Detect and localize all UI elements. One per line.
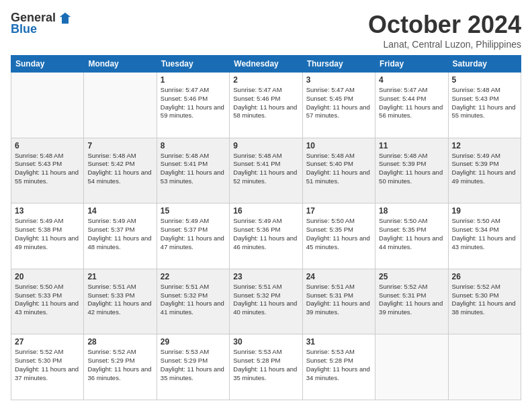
table-row: 24Sunrise: 5:51 AM Sunset: 5:31 PM Dayli…: [302, 269, 375, 334]
day-info: Sunrise: 5:47 AM Sunset: 5:46 PM Dayligh…: [161, 86, 226, 120]
table-row: [375, 334, 448, 400]
logo-icon: [58, 11, 72, 25]
table-row: 1Sunrise: 5:47 AM Sunset: 5:46 PM Daylig…: [157, 73, 229, 138]
day-number: 4: [379, 75, 444, 85]
day-info: Sunrise: 5:50 AM Sunset: 5:35 PM Dayligh…: [306, 217, 371, 251]
table-row: 27Sunrise: 5:52 AM Sunset: 5:30 PM Dayli…: [11, 334, 84, 400]
title-section: October 2024 Lanat, Central Luzon, Phili…: [368, 11, 521, 50]
day-info: Sunrise: 5:47 AM Sunset: 5:46 PM Dayligh…: [233, 86, 298, 120]
day-number: 5: [452, 75, 517, 85]
day-number: 29: [161, 337, 226, 347]
header-monday: Monday: [84, 56, 157, 73]
day-number: 22: [161, 272, 226, 281]
day-info: Sunrise: 5:49 AM Sunset: 5:37 PM Dayligh…: [87, 217, 152, 251]
table-row: 12Sunrise: 5:49 AM Sunset: 5:39 PM Dayli…: [448, 138, 521, 203]
day-info: Sunrise: 5:51 AM Sunset: 5:32 PM Dayligh…: [233, 283, 298, 317]
table-row: 4Sunrise: 5:47 AM Sunset: 5:44 PM Daylig…: [375, 73, 448, 138]
table-row: [84, 73, 157, 138]
day-info: Sunrise: 5:53 AM Sunset: 5:28 PM Dayligh…: [233, 348, 298, 382]
header-tuesday: Tuesday: [157, 56, 229, 73]
header: General Blue October 2024 Lanat, Central…: [11, 11, 521, 50]
day-info: Sunrise: 5:48 AM Sunset: 5:41 PM Dayligh…: [161, 152, 226, 186]
header-sunday: Sunday: [11, 56, 84, 73]
day-number: 24: [306, 272, 371, 281]
day-info: Sunrise: 5:53 AM Sunset: 5:29 PM Dayligh…: [161, 348, 226, 382]
day-info: Sunrise: 5:48 AM Sunset: 5:41 PM Dayligh…: [233, 152, 298, 186]
day-number: 13: [15, 206, 80, 216]
calendar-week-row: 27Sunrise: 5:52 AM Sunset: 5:30 PM Dayli…: [11, 334, 521, 400]
page: General Blue October 2024 Lanat, Central…: [0, 0, 532, 411]
table-row: 8Sunrise: 5:48 AM Sunset: 5:41 PM Daylig…: [157, 138, 229, 203]
day-number: 10: [306, 141, 371, 150]
table-row: 3Sunrise: 5:47 AM Sunset: 5:45 PM Daylig…: [302, 73, 375, 138]
day-number: 31: [306, 337, 371, 347]
day-info: Sunrise: 5:48 AM Sunset: 5:43 PM Dayligh…: [15, 152, 80, 186]
table-row: 20Sunrise: 5:50 AM Sunset: 5:33 PM Dayli…: [11, 269, 84, 334]
day-number: 8: [161, 141, 226, 150]
day-info: Sunrise: 5:52 AM Sunset: 5:30 PM Dayligh…: [15, 348, 80, 382]
day-info: Sunrise: 5:52 AM Sunset: 5:29 PM Dayligh…: [87, 348, 152, 382]
day-number: 17: [306, 206, 371, 216]
day-info: Sunrise: 5:48 AM Sunset: 5:42 PM Dayligh…: [87, 152, 152, 186]
table-row: 28Sunrise: 5:52 AM Sunset: 5:29 PM Dayli…: [84, 334, 157, 400]
table-row: 30Sunrise: 5:53 AM Sunset: 5:28 PM Dayli…: [230, 334, 302, 400]
day-info: Sunrise: 5:48 AM Sunset: 5:39 PM Dayligh…: [379, 152, 444, 186]
day-info: Sunrise: 5:53 AM Sunset: 5:28 PM Dayligh…: [306, 348, 371, 382]
table-row: 2Sunrise: 5:47 AM Sunset: 5:46 PM Daylig…: [230, 73, 302, 138]
table-row: 10Sunrise: 5:48 AM Sunset: 5:40 PM Dayli…: [302, 138, 375, 203]
day-number: 18: [379, 206, 444, 216]
table-row: 11Sunrise: 5:48 AM Sunset: 5:39 PM Dayli…: [375, 138, 448, 203]
calendar-week-row: 6Sunrise: 5:48 AM Sunset: 5:43 PM Daylig…: [11, 138, 521, 203]
location: Lanat, Central Luzon, Philippines: [368, 39, 521, 50]
table-row: 14Sunrise: 5:49 AM Sunset: 5:37 PM Dayli…: [84, 203, 157, 269]
day-number: 20: [15, 272, 80, 281]
day-info: Sunrise: 5:52 AM Sunset: 5:31 PM Dayligh…: [379, 283, 444, 317]
day-number: 12: [452, 141, 517, 150]
table-row: 26Sunrise: 5:52 AM Sunset: 5:30 PM Dayli…: [448, 269, 521, 334]
day-info: Sunrise: 5:52 AM Sunset: 5:30 PM Dayligh…: [452, 283, 517, 317]
header-wednesday: Wednesday: [230, 56, 302, 73]
calendar-table: Sunday Monday Tuesday Wednesday Thursday…: [11, 55, 521, 400]
day-info: Sunrise: 5:48 AM Sunset: 5:43 PM Dayligh…: [452, 86, 517, 120]
day-number: 1: [161, 75, 226, 85]
day-info: Sunrise: 5:49 AM Sunset: 5:39 PM Dayligh…: [452, 152, 517, 186]
table-row: 22Sunrise: 5:51 AM Sunset: 5:32 PM Dayli…: [157, 269, 229, 334]
day-number: 14: [87, 206, 152, 216]
day-number: 30: [233, 337, 298, 347]
table-row: 5Sunrise: 5:48 AM Sunset: 5:43 PM Daylig…: [448, 73, 521, 138]
day-info: Sunrise: 5:50 AM Sunset: 5:33 PM Dayligh…: [15, 283, 80, 317]
day-number: 3: [306, 75, 371, 85]
table-row: 25Sunrise: 5:52 AM Sunset: 5:31 PM Dayli…: [375, 269, 448, 334]
day-info: Sunrise: 5:51 AM Sunset: 5:31 PM Dayligh…: [306, 283, 371, 317]
table-row: 18Sunrise: 5:50 AM Sunset: 5:35 PM Dayli…: [375, 203, 448, 269]
day-number: 28: [87, 337, 152, 347]
day-number: 7: [87, 141, 152, 150]
day-info: Sunrise: 5:50 AM Sunset: 5:35 PM Dayligh…: [379, 217, 444, 251]
table-row: 9Sunrise: 5:48 AM Sunset: 5:41 PM Daylig…: [230, 138, 302, 203]
header-thursday: Thursday: [302, 56, 375, 73]
table-row: 6Sunrise: 5:48 AM Sunset: 5:43 PM Daylig…: [11, 138, 84, 203]
table-row: 23Sunrise: 5:51 AM Sunset: 5:32 PM Dayli…: [230, 269, 302, 334]
logo: General Blue: [11, 11, 72, 36]
day-info: Sunrise: 5:51 AM Sunset: 5:32 PM Dayligh…: [161, 283, 226, 317]
table-row: 29Sunrise: 5:53 AM Sunset: 5:29 PM Dayli…: [157, 334, 229, 400]
header-saturday: Saturday: [448, 56, 521, 73]
day-number: 11: [379, 141, 444, 150]
calendar-week-row: 1Sunrise: 5:47 AM Sunset: 5:46 PM Daylig…: [11, 73, 521, 138]
day-info: Sunrise: 5:50 AM Sunset: 5:34 PM Dayligh…: [452, 217, 517, 251]
table-row: 17Sunrise: 5:50 AM Sunset: 5:35 PM Dayli…: [302, 203, 375, 269]
table-row: [11, 73, 84, 138]
day-info: Sunrise: 5:47 AM Sunset: 5:45 PM Dayligh…: [306, 86, 371, 120]
day-number: 16: [233, 206, 298, 216]
day-info: Sunrise: 5:49 AM Sunset: 5:38 PM Dayligh…: [15, 217, 80, 251]
day-number: 15: [161, 206, 226, 216]
table-row: 19Sunrise: 5:50 AM Sunset: 5:34 PM Dayli…: [448, 203, 521, 269]
header-friday: Friday: [375, 56, 448, 73]
day-number: 23: [233, 272, 298, 281]
table-row: [448, 334, 521, 400]
day-number: 6: [15, 141, 80, 150]
day-info: Sunrise: 5:47 AM Sunset: 5:44 PM Dayligh…: [379, 86, 444, 120]
calendar-week-row: 13Sunrise: 5:49 AM Sunset: 5:38 PM Dayli…: [11, 203, 521, 269]
day-info: Sunrise: 5:48 AM Sunset: 5:40 PM Dayligh…: [306, 152, 371, 186]
table-row: 21Sunrise: 5:51 AM Sunset: 5:33 PM Dayli…: [84, 269, 157, 334]
